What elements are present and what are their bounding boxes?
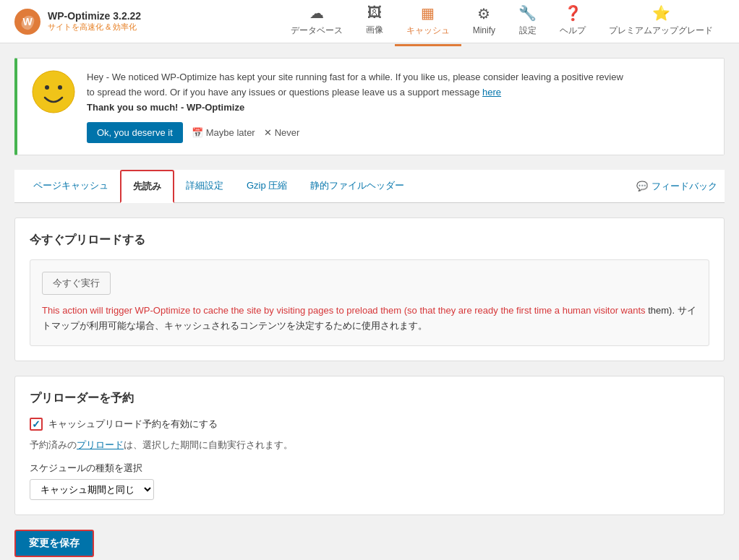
schedule-section: プリローダーを予約 ✓ キャッシュプリロード予約を有効にする 予約済みのプリロー…	[14, 376, 725, 515]
main-nav: ☁ データベース 🖼 画像 ▦ キャッシュ ⚙ Minify 🔧 設定 ❓ ヘル…	[279, 0, 725, 46]
logo-area: W WP-Optimize 3.2.22 サイトを高速化 & 効率化	[14, 9, 159, 35]
smiley-icon	[32, 70, 75, 113]
nav-tab-cache[interactable]: ▦ キャッシュ	[395, 0, 461, 46]
enable-checkbox-row: ✓ キャッシュプリロード予約を有効にする	[30, 418, 709, 431]
tab-static-headers[interactable]: 静的ファイルヘッダー	[299, 171, 416, 203]
checkmark-icon: ✓	[32, 418, 40, 430]
logo-subtitle: サイトを高速化 & 効率化	[48, 22, 141, 33]
logo-text: WP-Optimize 3.2.22 サイトを高速化 & 効率化	[48, 10, 141, 33]
schedule-type-select[interactable]: キャッシュ期間と同じ	[30, 479, 154, 500]
enable-schedule-label: キャッシュプリロード予約を有効にする	[48, 418, 218, 431]
schedule-description: 予約済みのプリロードは、選択した期間に自動実行されます。	[30, 438, 709, 453]
svg-point-3	[45, 85, 49, 90]
preload-link[interactable]: プリロード	[77, 439, 124, 450]
images-icon: 🖼	[367, 4, 382, 21]
nav-tab-minify[interactable]: ⚙ Minify	[461, 0, 507, 45]
minify-icon: ⚙	[477, 5, 490, 22]
never-button[interactable]: ✕ Never	[264, 127, 300, 138]
cache-icon: ▦	[421, 4, 435, 22]
calendar-icon: 📅	[192, 127, 203, 138]
feedback-tab[interactable]: 💬 フィードバック	[636, 180, 717, 193]
nav-tab-images[interactable]: 🖼 画像	[354, 0, 395, 46]
preload-now-section: 今すぐプリロードする 今すぐ実行 This action will trigge…	[14, 217, 725, 361]
maybe-later-button[interactable]: 📅 Maybe later	[192, 127, 255, 138]
notice-text-area: Hey - We noticed WP-Optimize has kept yo…	[87, 70, 709, 143]
logo-title: WP-Optimize 3.2.22	[48, 10, 141, 22]
svg-point-2	[33, 71, 74, 113]
nav-tab-help[interactable]: ❓ ヘルプ	[548, 0, 597, 46]
tab-gzip[interactable]: Gzip 圧縮	[235, 171, 299, 203]
notice-box: Hey - We noticed WP-Optimize has kept yo…	[14, 58, 725, 155]
settings-icon: 🔧	[518, 4, 537, 22]
logo-icon: W	[14, 9, 40, 35]
main-content: Hey - We noticed WP-Optimize has kept yo…	[0, 43, 739, 560]
sub-tabs: ページキャッシュ 先読み 詳細設定 Gzip 圧縮 静的ファイルヘッダー 💬 フ…	[14, 170, 725, 203]
svg-point-4	[58, 85, 62, 90]
schedule-type-label: スケジュールの種類を選択	[30, 462, 709, 475]
close-icon: ✕	[264, 127, 272, 138]
tab-preload[interactable]: 先読み	[120, 170, 174, 203]
tab-page-cache[interactable]: ページキャッシュ	[22, 171, 120, 203]
premium-icon: ⭐	[652, 4, 670, 22]
svg-text:W: W	[22, 16, 33, 27]
ok-button[interactable]: Ok, you deserve it	[87, 122, 183, 143]
database-icon: ☁	[309, 4, 324, 22]
action-description: This action will trigger WP-Optimize to …	[42, 303, 697, 334]
help-icon: ❓	[564, 4, 582, 22]
notice-paragraph: Hey - We noticed WP-Optimize has kept yo…	[87, 70, 709, 115]
feedback-icon: 💬	[636, 181, 648, 191]
notice-actions: Ok, you deserve it 📅 Maybe later ✕ Never	[87, 122, 709, 143]
save-button[interactable]: 変更を保存	[14, 530, 94, 557]
enable-schedule-checkbox[interactable]: ✓	[30, 418, 43, 431]
header: W WP-Optimize 3.2.22 サイトを高速化 & 効率化 ☁ データ…	[0, 0, 739, 43]
nav-tab-settings[interactable]: 🔧 設定	[507, 0, 548, 46]
run-now-button[interactable]: 今すぐ実行	[42, 272, 111, 295]
preload-now-title: 今すぐプリロードする	[30, 233, 709, 248]
nav-tab-database[interactable]: ☁ データベース	[279, 0, 354, 46]
notice-here-link[interactable]: here	[482, 87, 501, 98]
tab-advanced[interactable]: 詳細設定	[174, 171, 235, 203]
preload-now-inner: 今すぐ実行 This action will trigger WP-Optimi…	[30, 259, 709, 346]
schedule-title: プリローダーを予約	[30, 391, 709, 406]
nav-tab-premium[interactable]: ⭐ プレミアムアップグレード	[597, 0, 725, 46]
